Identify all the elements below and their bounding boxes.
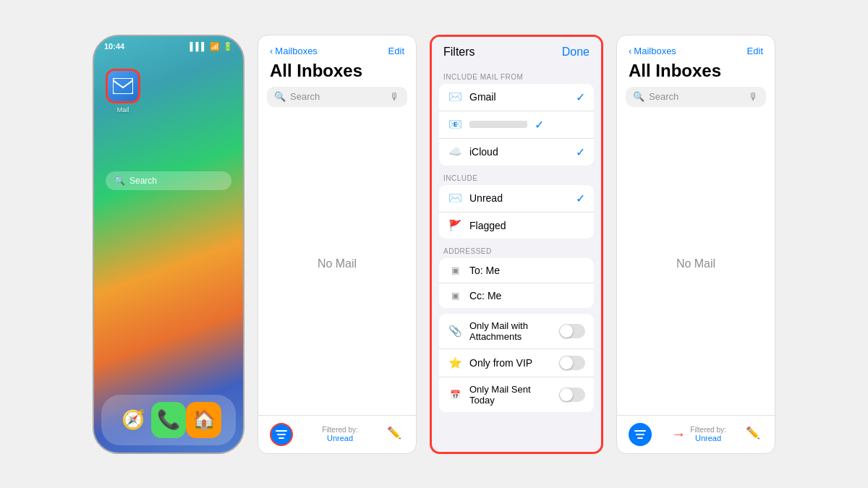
phone-search[interactable]: 🔍 Search: [106, 171, 231, 190]
vip-icon: ⭐: [448, 356, 462, 369]
attachments-icon: 📎: [448, 325, 462, 338]
toggle-list: 📎 Only Mail with Attachments ⭐ Only from…: [439, 314, 594, 412]
edit-btn[interactable]: Edit: [388, 46, 404, 56]
back-chevron-icon: ‹: [270, 46, 273, 56]
panel4-mailboxes-label: Mailboxes: [634, 46, 676, 56]
panel4-search-placeholder: Search: [649, 91, 678, 102]
to-me-icon: ▣: [448, 265, 462, 275]
panel4-search[interactable]: 🔍 Search 🎙: [626, 87, 766, 107]
panel1-footer: Filtered by: Unread ✏️: [258, 415, 416, 453]
phone-time: 10:44: [104, 42, 124, 51]
phone-status-bar: 10:44 ▌▌▌ 📶 🔋: [94, 36, 243, 54]
panel4-mailboxes-back[interactable]: ‹ Mailboxes: [629, 46, 676, 56]
arrow-indicator: → Filtered by: Unread: [671, 426, 726, 442]
phone-screen: 10:44 ▌▌▌ 📶 🔋 Mail 🔍 Sea: [93, 35, 244, 454]
filter-gmail[interactable]: ✉️ Gmail ✓: [439, 84, 594, 111]
panel4-title: All Inboxes: [617, 59, 775, 87]
filter-flagged[interactable]: 🚩 Flagged: [439, 213, 594, 239]
svg-rect-0: [113, 78, 133, 94]
addressed-list: ▣ To: Me ▣ Cc: Me: [439, 258, 594, 308]
panel4-mic-icon[interactable]: 🎙: [749, 91, 759, 103]
panel4-nav: ‹ Mailboxes Edit: [617, 35, 775, 59]
filtered-text: Filtered by:: [322, 426, 357, 434]
filter-button[interactable]: [270, 423, 293, 446]
svg-rect-3: [277, 434, 286, 435]
filtered-value: Unread: [322, 434, 357, 442]
filter-cc-me[interactable]: ▣ Cc: Me: [439, 283, 594, 308]
panel1-title: All Inboxes: [258, 59, 416, 87]
phone-status-icons: ▌▌▌ 📶 🔋: [190, 42, 233, 51]
app-grid: Mail: [94, 54, 243, 128]
mailboxes-label: Mailboxes: [275, 46, 318, 56]
panel4-filtered-by: Filtered by: Unread: [690, 426, 726, 442]
filters-done-btn[interactable]: Done: [562, 46, 590, 59]
vip-toggle[interactable]: [559, 356, 585, 370]
filters-header: Filters Done: [432, 37, 601, 67]
sent-today-label: Only Mail Sent Today: [469, 384, 552, 406]
compose-btn[interactable]: ✏️: [387, 426, 404, 443]
filters-title: Filters: [443, 46, 475, 59]
svg-rect-1: [113, 78, 133, 94]
cc-me-icon: ▣: [448, 291, 462, 301]
sent-today-icon: 📅: [448, 390, 462, 400]
filter-account2[interactable]: 📧 ✓: [439, 111, 594, 139]
panel4-filtered-value: Unread: [690, 434, 726, 442]
wifi-icon: 📶: [210, 42, 220, 51]
panel4-filter-btn[interactable]: [629, 423, 652, 446]
phone-dock-icon[interactable]: 📞: [151, 402, 187, 438]
panel4-edit-btn[interactable]: Edit: [747, 46, 763, 56]
all-inboxes-panel-1: ‹ Mailboxes Edit All Inboxes 🔍 Search 🎙 …: [258, 35, 417, 454]
panel4-filtered-text: Filtered by:: [690, 426, 726, 434]
search-placeholder: Search: [290, 91, 320, 102]
panel4-no-mail: No Mail: [617, 113, 775, 415]
battery-icon: 🔋: [223, 42, 233, 51]
svg-rect-7: [637, 437, 643, 439]
filter-attachments[interactable]: 📎 Only Mail with Attachments: [439, 314, 594, 349]
svg-rect-6: [636, 434, 644, 435]
panel4-search-icon: 🔍: [633, 91, 644, 102]
home-dock-icon[interactable]: 🏠: [186, 402, 221, 438]
panel4-back-chevron: ‹: [629, 46, 631, 56]
flagged-label: Flagged: [469, 220, 585, 231]
filter-vip[interactable]: ⭐ Only from VIP: [439, 349, 594, 377]
account2-label-blurred: [469, 121, 527, 128]
search-icon: 🔍: [274, 91, 286, 102]
filter-to-me[interactable]: ▣ To: Me: [439, 258, 594, 283]
mic-icon[interactable]: 🎙: [390, 91, 400, 103]
account2-check: ✓: [535, 118, 544, 132]
filter-unread[interactable]: ✉️ Unread ✓: [439, 185, 594, 213]
panel1-search[interactable]: 🔍 Search 🎙: [267, 87, 407, 107]
unread-label: Unread: [469, 192, 569, 204]
mailboxes-back-btn[interactable]: ‹ Mailboxes: [270, 46, 318, 56]
gmail-label: Gmail: [469, 91, 569, 103]
panel4-compose-btn[interactable]: ✏️: [746, 426, 763, 443]
filter-sent-today[interactable]: 📅 Only Mail Sent Today: [439, 377, 594, 412]
flagged-icon: 🚩: [448, 219, 462, 232]
sent-today-toggle[interactable]: [559, 388, 585, 402]
include-mail-list: ✉️ Gmail ✓ 📧 ✓ ☁️ iCloud ✓: [439, 84, 594, 166]
include-mail-from-header: INCLUDE MAIL FROM: [432, 67, 601, 84]
icloud-check: ✓: [576, 145, 585, 159]
account2-icon: 📧: [448, 118, 462, 131]
gmail-check: ✓: [576, 90, 585, 104]
svg-rect-2: [276, 430, 287, 432]
mail-app[interactable]: Mail: [106, 69, 140, 114]
vip-label: Only from VIP: [469, 357, 552, 369]
icloud-label: iCloud: [469, 146, 569, 158]
filters-panel: Filters Done INCLUDE MAIL FROM ✉️ Gmail …: [430, 35, 603, 454]
mail-app-icon[interactable]: [106, 69, 140, 103]
attachments-label: Only Mail with Attachments: [469, 320, 552, 342]
filter-icloud[interactable]: ☁️ iCloud ✓: [439, 139, 594, 166]
unread-icon: ✉️: [448, 192, 462, 205]
signal-icon: ▌▌▌: [190, 42, 207, 51]
red-arrow-icon: →: [671, 426, 686, 442]
svg-rect-4: [278, 437, 284, 439]
unread-check: ✓: [576, 192, 585, 205]
panel4-footer: → Filtered by: Unread ✏️: [617, 415, 775, 453]
attachments-toggle[interactable]: [559, 324, 585, 338]
all-inboxes-panel-4: ‹ Mailboxes Edit All Inboxes 🔍 Search 🎙 …: [616, 35, 775, 454]
panel1-nav: ‹ Mailboxes Edit: [258, 35, 416, 59]
filtered-by-label: Filtered by: Unread: [322, 426, 357, 442]
phone-dock: 🧭 📞 🏠: [101, 395, 236, 445]
safari-dock-icon[interactable]: 🧭: [116, 402, 151, 438]
